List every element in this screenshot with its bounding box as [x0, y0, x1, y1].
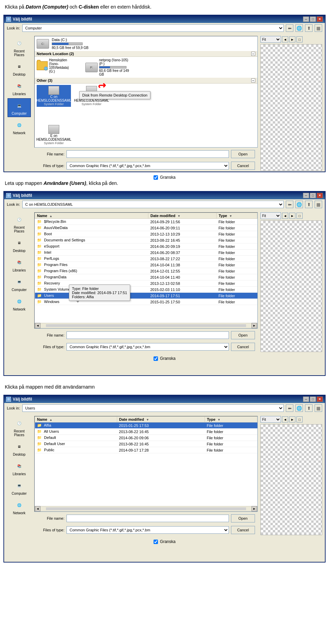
col-type-3[interactable]: Type ▼: [205, 417, 257, 422]
sidebar-libraries-1[interactable]: 📚 Libraries: [8, 79, 31, 98]
minimize-btn-1[interactable]: ─: [303, 16, 309, 22]
cancel-btn-3[interactable]: Cancel: [231, 526, 255, 534]
sidebar-recent-3[interactable]: 🕐 Recent Places: [8, 416, 31, 439]
hscroll-left-3[interactable]: ◄: [35, 506, 40, 512]
back-btn-3[interactable]: ⬅: [286, 404, 293, 412]
preview-icon-1[interactable]: □: [296, 36, 303, 42]
sidebar-computer-2[interactable]: 💻 Computer: [8, 275, 31, 293]
open-btn-2[interactable]: Open: [231, 331, 255, 339]
up-btn-3[interactable]: ⬆: [305, 404, 313, 412]
preview-select-3[interactable]: Fit: [260, 416, 281, 423]
look-in-select-2[interactable]: C on HEMSLOJDENSSAML: [22, 201, 284, 208]
look-in-select-1[interactable]: Computer: [22, 24, 284, 32]
network-section-header[interactable]: Network Location (2) −: [35, 51, 257, 57]
forward-btn-2[interactable]: 🌐: [295, 201, 303, 208]
other-section-collapse[interactable]: −: [251, 78, 255, 83]
filename-input-1[interactable]: [66, 150, 229, 158]
views-btn-3[interactable]: ▦: [315, 404, 322, 412]
granska-label-1[interactable]: Granska: [160, 175, 175, 180]
preview-back-1[interactable]: ◄: [282, 36, 288, 42]
up-btn-2[interactable]: ⬆: [305, 201, 313, 208]
col-name-3[interactable]: Name ▲: [35, 417, 117, 422]
table-row[interactable]: 📁 Alfia 2015-01-25 17:53 File folder: [35, 422, 257, 429]
col-date-2[interactable]: Date modified ▼: [148, 213, 216, 219]
granska-checkbox-1[interactable]: [154, 175, 158, 180]
hscroll-right-2[interactable]: ►: [252, 323, 257, 328]
sidebar-desktop-3[interactable]: 🖥 Desktop: [8, 439, 31, 458]
preview-back-3[interactable]: ◄: [282, 416, 288, 422]
hscroll-right-3[interactable]: ►: [252, 506, 257, 512]
col-name-2[interactable]: Name ▲: [35, 213, 148, 219]
preview-back-2[interactable]: ◄: [282, 213, 288, 219]
table-row[interactable]: 📁 Default 2014-06-20 09:06 File folder: [35, 435, 257, 441]
data-drive-item[interactable]: C: Data (C:) 80,5 GB free of 59,9 GB: [35, 36, 257, 51]
table-row[interactable]: 📁 $Recycle.Bin 2014-09-29 11:56 File fol…: [35, 219, 257, 225]
table-row[interactable]: 📁 Documents and Settings 2013-08-22 16:4…: [35, 237, 257, 243]
file-list-3[interactable]: Name ▲ Date modified ▼ Type ▼: [34, 416, 258, 512]
sidebar-recent-places-1[interactable]: 🕐 Recent Places: [8, 36, 31, 59]
table-row[interactable]: 📁 Program Files (x86) 2014-12-01 12:55 F…: [35, 268, 257, 274]
sidebar-desktop-1[interactable]: 🖥 Desktop: [8, 59, 31, 78]
preview-forward-3[interactable]: ►: [289, 416, 295, 422]
forward-btn-3[interactable]: 🌐: [295, 404, 303, 412]
table-row[interactable]: 📁 Boot 2013-12-13 10:29 File folder: [35, 231, 257, 237]
preview-icon-2[interactable]: □: [296, 213, 303, 219]
sidebar-network-3[interactable]: 🌐 Network: [8, 498, 31, 517]
table-row[interactable]: 📁 Recovery 2013-12-13 02:58 File folder: [35, 280, 257, 287]
views-btn-1[interactable]: ▦: [315, 24, 322, 32]
filetype-select-3[interactable]: Common Graphic Files (*.tif,*.gif,*.jpg,…: [66, 526, 229, 534]
preview-forward-1[interactable]: ►: [289, 36, 295, 42]
filename-input-2[interactable]: [66, 331, 229, 339]
maximize-btn-3[interactable]: □: [310, 396, 316, 402]
preview-select-2[interactable]: Fit: [260, 212, 281, 219]
forward-btn-1[interactable]: 🌐: [295, 24, 303, 32]
preview-forward-2[interactable]: ►: [289, 213, 295, 219]
minimize-btn-3[interactable]: ─: [303, 396, 309, 402]
col-date-3[interactable]: Date modified ▼: [117, 417, 205, 422]
back-btn-1[interactable]: ⬅: [286, 24, 293, 32]
table-row[interactable]: 📁 Default User 2013-08-22 16:45 File fol…: [35, 441, 257, 447]
table-row[interactable]: 📁 Users 2014-09-17 17:51 File folder: [35, 293, 257, 299]
hscroll-left-2[interactable]: ◄: [35, 323, 40, 328]
sidebar-recent-2[interactable]: 🕐 Recent Places: [8, 212, 31, 235]
table-row[interactable]: 📁 PerfLogs 2013-08-22 17:22 File folder: [35, 256, 257, 262]
network-item-g[interactable]: 🌐 Hemslojden (\\sno-105\Netdata) (G:): [37, 58, 74, 76]
table-row[interactable]: 📁 ProgramData 2014-10-04 11:40 File fold…: [35, 274, 257, 280]
table-row[interactable]: 📁 Windows 2015-01-25 17:50 File folder: [35, 299, 257, 305]
maximize-btn-2[interactable]: □: [310, 193, 316, 198]
table-row[interactable]: 📁 All Users 2013-08-22 16:45 File folder: [35, 429, 257, 435]
table-row[interactable]: 📁 eSupport 2014-06-20 09:19 File folder: [35, 243, 257, 250]
views-btn-2[interactable]: ▦: [315, 201, 322, 208]
filetype-select-1[interactable]: Common Graphic Files (*.tif,*.gif,*.jpg,…: [66, 162, 229, 169]
minimize-btn-2[interactable]: ─: [303, 193, 309, 198]
filename-input-3[interactable]: [66, 515, 229, 522]
filetype-select-2[interactable]: Common Graphic Files (*.tif,*.gif,*.jpg,…: [66, 343, 229, 351]
network-item-p[interactable]: P: netprog (\\sno-105) (P:) 60,6 GB free…: [85, 58, 130, 76]
look-in-select-3[interactable]: Users: [22, 404, 284, 412]
cancel-btn-2[interactable]: Cancel: [231, 343, 255, 351]
up-btn-1[interactable]: ⬆: [305, 24, 313, 32]
sidebar-computer-1[interactable]: 💻 Computer: [8, 98, 31, 117]
close-btn-2[interactable]: ✕: [317, 193, 323, 198]
close-btn-3[interactable]: ✕: [317, 396, 323, 402]
network-section-collapse[interactable]: −: [251, 52, 255, 56]
file-list-2[interactable]: Name ▲ Date modified ▼ Type ▼: [34, 212, 258, 329]
table-row[interactable]: 📁 Intel 2014-06-20 08:37 File folder: [35, 250, 257, 256]
e-on-hemsloj-item[interactable]: E on HEMSLOJDENSSAML System Folder: [37, 124, 71, 146]
granska-checkbox-3[interactable]: [154, 540, 158, 544]
back-btn-2[interactable]: ⬅: [286, 201, 293, 208]
other-section-header[interactable]: Other (3) −: [35, 78, 257, 84]
table-row[interactable]: 📁 Program Files 2014-10-04 11:38 File fo…: [35, 262, 257, 268]
sidebar-network-1[interactable]: 🌐 Network: [8, 118, 31, 137]
c-on-hemsloj-item[interactable]: C on HEMSLOJDENSSAML System Folder: [37, 85, 71, 107]
granska-label-2[interactable]: Granska: [160, 356, 175, 361]
granska-checkbox-2[interactable]: [154, 356, 158, 361]
granska-label-3[interactable]: Granska: [160, 539, 175, 544]
sidebar-libraries-2[interactable]: 📚 Libraries: [8, 255, 31, 274]
cancel-btn-1[interactable]: Cancel: [231, 162, 255, 170]
sidebar-network-2[interactable]: 🌐 Network: [8, 294, 31, 313]
sidebar-libraries-3[interactable]: 📚 Libraries: [8, 459, 31, 478]
hscrollbar-2[interactable]: ◄ ►: [35, 323, 257, 328]
hscrollbar-3[interactable]: ◄ ►: [35, 506, 257, 512]
close-btn-1[interactable]: ✕: [317, 16, 323, 22]
